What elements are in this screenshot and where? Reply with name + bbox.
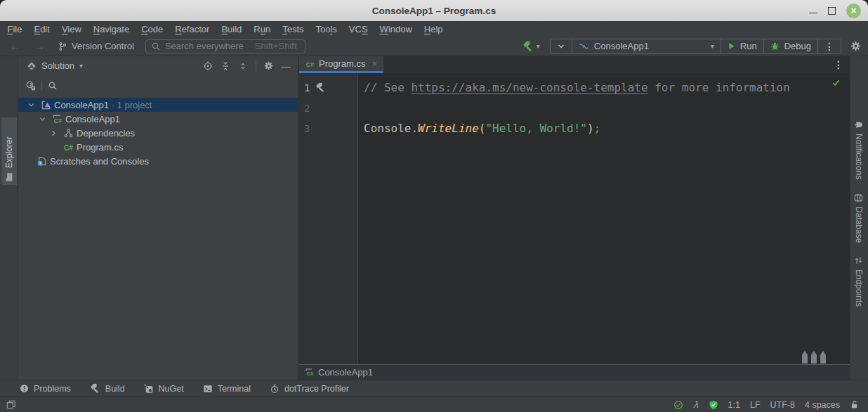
gutter-line-2[interactable]: 2 xyxy=(298,98,357,118)
solution-icon xyxy=(39,100,53,110)
csharp-project-icon: C# xyxy=(305,368,314,377)
tool-window-terminal[interactable]: Terminal xyxy=(203,384,251,394)
code-token: ; xyxy=(594,122,601,135)
chevron-down-icon[interactable]: ▾ xyxy=(537,42,540,50)
tool-window-label: dotTrace Profiler xyxy=(284,384,349,394)
code-line-2[interactable] xyxy=(358,98,850,118)
tool-window-problems[interactable]: Problems xyxy=(20,384,71,394)
search-everywhere-input[interactable]: Search everywhere Shift+Shift xyxy=(145,39,305,53)
build-solution-button[interactable]: ▾ xyxy=(522,41,540,52)
toolbar-right: ▾ ConsoleApp1 ▾ Run Debug xyxy=(522,39,868,54)
run-button[interactable]: Run xyxy=(721,39,763,53)
locate-file-icon[interactable] xyxy=(203,61,213,71)
menu-refactor[interactable]: Refactor xyxy=(169,24,216,34)
menu-navigate[interactable]: Navigate xyxy=(87,24,135,34)
tool-stripe-explorer[interactable]: Explorer xyxy=(1,117,17,185)
menu-build[interactable]: Build xyxy=(216,24,248,34)
editor-area: C# Program.cs × ⋮ 123 // See https://aka… xyxy=(298,56,850,380)
menu-run[interactable]: Run xyxy=(248,24,277,34)
code-line-1[interactable]: // See https://aka.ms/new-console-templa… xyxy=(358,77,850,98)
menu-view[interactable]: View xyxy=(55,24,87,34)
menu-code[interactable]: Code xyxy=(136,24,169,34)
run-widget-chevron[interactable] xyxy=(551,39,572,53)
select-opened-file-icon[interactable] xyxy=(25,80,36,91)
menu-tools[interactable]: Tools xyxy=(310,24,343,34)
close-tab-icon[interactable]: × xyxy=(371,58,377,69)
tree-item-consoleapp1[interactable]: C#ConsoleApp1 xyxy=(18,112,298,126)
maximize-icon[interactable] xyxy=(828,7,836,15)
tool-stripe-database[interactable]: Database xyxy=(851,191,867,245)
editor-body[interactable]: 123 // See https://aka.ms/new-console-te… xyxy=(298,73,850,364)
menu-vcs[interactable]: VCS xyxy=(343,24,374,34)
menu-tests[interactable]: Tests xyxy=(277,24,310,34)
line-ending[interactable]: LF xyxy=(750,400,761,410)
tree-item-consoleapp1[interactable]: ConsoleApp1 · 1 project xyxy=(18,98,298,112)
tab-program-cs[interactable]: C# Program.cs × xyxy=(299,56,383,73)
tool-window-dottrace-profiler[interactable]: dotTrace Profiler xyxy=(270,384,349,394)
gutter-line-3[interactable]: 3 xyxy=(298,118,357,139)
menu-help[interactable]: Help xyxy=(418,24,449,34)
code-area[interactable]: // See https://aka.ms/new-console-templa… xyxy=(358,73,850,364)
more-run-options-button[interactable]: ⋮ xyxy=(817,39,841,53)
tool-window-nuget[interactable]: NuGet xyxy=(144,384,184,394)
terminal-icon xyxy=(203,384,213,394)
code-token: . xyxy=(411,122,418,135)
status-bar: λ 1:1 LF UTF-8 4 spaces xyxy=(0,397,868,412)
hide-panel-icon[interactable]: — xyxy=(281,60,291,72)
svg-text:C#: C# xyxy=(63,144,72,152)
csfile-icon: C# xyxy=(61,142,75,153)
tree-item-program-cs[interactable]: C#Program.cs xyxy=(18,140,298,154)
unlock-icon[interactable] xyxy=(850,400,859,409)
hammer-gray-icon xyxy=(90,383,100,394)
tree-chev-down-icon xyxy=(34,115,50,123)
tool-stripe-endpoints[interactable]: Endpoints xyxy=(851,253,867,311)
code-token: // See xyxy=(364,81,411,94)
forward-icon[interactable]: → xyxy=(27,40,52,52)
tool-window-build[interactable]: Build xyxy=(90,383,125,394)
tab-label: Program.cs xyxy=(319,58,365,69)
debug-label: Debug xyxy=(784,41,811,51)
svg-text:C#: C# xyxy=(306,371,314,377)
code-line-3[interactable]: Console.WriteLine("Hello, World!"); xyxy=(358,118,850,139)
solution-explorer-header: Solution ▾ — xyxy=(18,56,298,75)
tree-item-dependencies[interactable]: Dependencies xyxy=(18,126,298,140)
caret-position[interactable]: 1:1 xyxy=(728,400,740,410)
panel-options-gear-icon[interactable] xyxy=(264,61,273,70)
chevron-down-icon[interactable]: ▾ xyxy=(79,62,83,70)
tree-item-label: Dependencies xyxy=(77,128,135,139)
tool-stripe-structure[interactable]: Structure xyxy=(1,375,17,380)
tree-chev-right-icon xyxy=(46,129,61,137)
title-bar[interactable]: ConsoleApp1 – Program.cs × xyxy=(0,0,868,21)
expand-all-icon[interactable] xyxy=(221,61,230,71)
tab-options-kebab-icon[interactable]: ⋮ xyxy=(834,59,843,70)
search-icon[interactable] xyxy=(48,81,58,91)
menu-window[interactable]: Window xyxy=(374,24,418,34)
indent-setting[interactable]: 4 spaces xyxy=(805,400,840,410)
tree-item-scratches-and-consoles[interactable]: Scratches and Consoles xyxy=(18,154,298,168)
menu-file[interactable]: File xyxy=(1,24,28,34)
menu-edit[interactable]: Edit xyxy=(28,24,55,34)
close-icon[interactable]: × xyxy=(846,4,861,18)
collapse-all-icon[interactable] xyxy=(238,61,248,71)
solution-view-title[interactable]: Solution xyxy=(41,60,74,71)
gutter-line-1[interactable]: 1 xyxy=(298,77,357,98)
tool-stripe-notifications[interactable]: Notifications xyxy=(851,117,867,189)
search-shortcut: Shift+Shift xyxy=(255,41,297,51)
inspections-ok-icon[interactable] xyxy=(831,78,841,87)
tool-window-toggle-icon[interactable] xyxy=(6,399,16,410)
lambda-indicator-icon[interactable]: λ xyxy=(693,399,699,410)
breadcrumb[interactable]: C# ConsoleApp1 xyxy=(298,364,850,380)
run-configuration-select[interactable]: ConsoleApp1 ▾ xyxy=(572,39,721,53)
minimize-icon[interactable] xyxy=(809,6,817,15)
editor-tab-bar: C# Program.cs × ⋮ xyxy=(298,56,850,73)
file-encoding[interactable]: UTF-8 xyxy=(770,400,795,410)
stripe-label: Notifications xyxy=(854,134,864,179)
window-title: ConsoleApp1 – Program.cs xyxy=(372,6,496,16)
analysis-ok-icon[interactable] xyxy=(673,400,683,410)
back-icon[interactable]: ← xyxy=(3,40,27,52)
settings-gear-icon[interactable] xyxy=(850,41,861,51)
version-control-widget[interactable]: Version Control xyxy=(58,41,134,51)
highlighting-shield-icon[interactable] xyxy=(709,400,718,410)
debug-button[interactable]: Debug xyxy=(763,39,817,53)
status-bar-right: λ 1:1 LF UTF-8 4 spaces xyxy=(673,399,859,410)
